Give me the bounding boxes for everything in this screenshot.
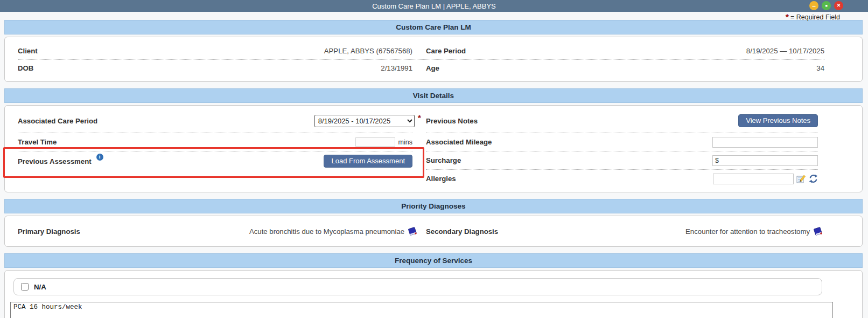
na-checkbox-row: N/A bbox=[13, 278, 822, 295]
associated-care-period-label: Associated Care Period bbox=[18, 117, 97, 125]
dob-label: DOB bbox=[18, 64, 33, 72]
priority-diagnoses-section-header: Priority Diagnoses bbox=[4, 199, 863, 213]
visit-details-panel: Associated Care Period 8/19/2025 - 10/17… bbox=[4, 105, 863, 192]
frequency-notes-textarea[interactable]: PCA 16 hours/week bbox=[10, 302, 833, 318]
age-value: 34 bbox=[816, 64, 824, 72]
maximize-icon[interactable]: ■ bbox=[822, 1, 831, 10]
primary-diagnosis-row: Primary Diagnosis Acute bronchitis due t… bbox=[18, 216, 418, 246]
care-plan-section-header: Custom Care Plan LM bbox=[4, 20, 863, 34]
secondary-diagnosis-row: Secondary Diagnosis Encounter for attent… bbox=[426, 216, 823, 246]
associated-mileage-label: Associated Mileage bbox=[426, 138, 492, 146]
previous-assessment-row: Previous Assessment i Load From Assessme… bbox=[18, 151, 412, 184]
diagnosis-book-icon[interactable] bbox=[407, 227, 418, 236]
dob-pair: DOB 2/13/1991 bbox=[18, 64, 412, 72]
travel-time-controls: mins bbox=[355, 137, 412, 147]
associated-care-period-required-asterisk: * bbox=[418, 114, 421, 123]
associated-mileage-row: Associated Mileage bbox=[426, 133, 818, 151]
age-pair: Age 34 bbox=[426, 64, 824, 72]
window-title: Custom Care Plan LM | APPLE, ABBYS bbox=[372, 2, 496, 10]
associated-care-period-controls: 8/19/2025 - 10/17/2025 * bbox=[314, 115, 421, 127]
edit-allergies-icon[interactable] bbox=[796, 174, 806, 184]
client-info-row: Client APPLE, ABBYS (67567568) Care Peri… bbox=[18, 43, 824, 59]
previous-notes-label: Previous Notes bbox=[426, 117, 478, 125]
surcharge-currency-prefix: $ bbox=[715, 157, 719, 164]
travel-time-input[interactable] bbox=[355, 137, 395, 147]
surcharge-row: Surcharge $ bbox=[426, 151, 818, 169]
allergies-label: Allergies bbox=[426, 175, 456, 183]
load-from-assessment-button[interactable]: Load From Assessment bbox=[324, 155, 412, 168]
previous-notes-row: Previous Notes View Previous Notes bbox=[426, 109, 818, 133]
surcharge-input[interactable] bbox=[720, 156, 815, 165]
priority-diagnoses-grid: Primary Diagnosis Acute bronchitis due t… bbox=[5, 216, 862, 246]
surcharge-label: Surcharge bbox=[426, 156, 461, 164]
visit-details-left-column: Associated Care Period 8/19/2025 - 10/17… bbox=[18, 109, 412, 188]
priority-diagnoses-panel: Primary Diagnosis Acute bronchitis due t… bbox=[4, 216, 863, 247]
travel-time-unit: mins bbox=[398, 139, 412, 146]
associated-care-period-row: Associated Care Period 8/19/2025 - 10/17… bbox=[18, 109, 412, 133]
travel-time-label: Travel Time bbox=[18, 138, 57, 146]
client-info-panel: Client APPLE, ABBYS (67567568) Care Peri… bbox=[4, 37, 863, 82]
window-titlebar: Custom Care Plan LM | APPLE, ABBYS – ■ ✕ bbox=[0, 0, 868, 12]
visit-details-section-header: Visit Details bbox=[4, 88, 863, 103]
na-checkbox[interactable] bbox=[21, 283, 29, 291]
allergies-controls bbox=[713, 174, 818, 184]
surcharge-input-wrap: $ bbox=[712, 155, 818, 166]
refresh-icon bbox=[809, 174, 818, 183]
close-icon[interactable]: ✕ bbox=[834, 1, 843, 10]
refresh-allergies-icon[interactable] bbox=[809, 174, 818, 183]
age-label: Age bbox=[426, 64, 439, 72]
client-label: Client bbox=[18, 47, 38, 55]
dob-value: 2/13/1991 bbox=[381, 64, 412, 72]
associated-care-period-select[interactable]: 8/19/2025 - 10/17/2025 bbox=[314, 115, 415, 127]
visit-details-grid: Associated Care Period 8/19/2025 - 10/17… bbox=[5, 106, 862, 192]
allergies-row: Allergies bbox=[426, 169, 818, 188]
associated-mileage-input[interactable] bbox=[712, 137, 818, 148]
primary-diagnosis-value: Acute bronchitis due to Mycoplasma pneum… bbox=[249, 227, 404, 236]
secondary-diagnosis-value-group: Encounter for attention to tracheostomy bbox=[685, 227, 823, 236]
diagnosis-book-icon[interactable] bbox=[813, 227, 823, 236]
travel-time-row: Travel Time mins bbox=[18, 133, 412, 151]
info-icon[interactable]: i bbox=[96, 154, 103, 161]
visit-details-right-column: Previous Notes View Previous Notes Assoc… bbox=[426, 109, 818, 188]
required-note-text: = Required Field bbox=[790, 13, 840, 21]
required-field-note: *= Required Field bbox=[786, 13, 840, 23]
window-controls: – ■ ✕ bbox=[809, 1, 843, 10]
care-period-value: 8/19/2025 — 10/17/2025 bbox=[746, 47, 824, 55]
care-period-label: Care Period bbox=[426, 47, 466, 55]
client-value: APPLE, ABBYS (67567568) bbox=[324, 47, 412, 55]
frequency-of-services-section-header: Frequency of Services bbox=[4, 253, 863, 268]
required-asterisk: * bbox=[786, 13, 789, 22]
notepad-pencil-icon bbox=[796, 174, 806, 184]
dob-age-row: DOB 2/13/1991 Age 34 bbox=[18, 59, 824, 76]
previous-assessment-label-group: Previous Assessment i bbox=[18, 157, 103, 165]
primary-diagnosis-label: Primary Diagnosis bbox=[18, 227, 80, 236]
view-previous-notes-button[interactable]: View Previous Notes bbox=[738, 114, 818, 127]
frequency-of-services-panel: N/A PCA 16 hours/week bbox=[4, 270, 863, 318]
previous-assessment-label: Previous Assessment bbox=[18, 157, 92, 165]
secondary-diagnosis-value: Encounter for attention to tracheostomy bbox=[685, 227, 810, 236]
minimize-icon[interactable]: – bbox=[809, 1, 818, 10]
client-pair: Client APPLE, ABBYS (67567568) bbox=[18, 47, 412, 55]
na-label: N/A bbox=[34, 283, 46, 291]
secondary-diagnosis-label: Secondary Diagnosis bbox=[426, 227, 498, 236]
primary-diagnosis-value-group: Acute bronchitis due to Mycoplasma pneum… bbox=[249, 227, 418, 236]
care-period-pair: Care Period 8/19/2025 — 10/17/2025 bbox=[426, 47, 824, 55]
allergies-input[interactable] bbox=[713, 174, 794, 184]
